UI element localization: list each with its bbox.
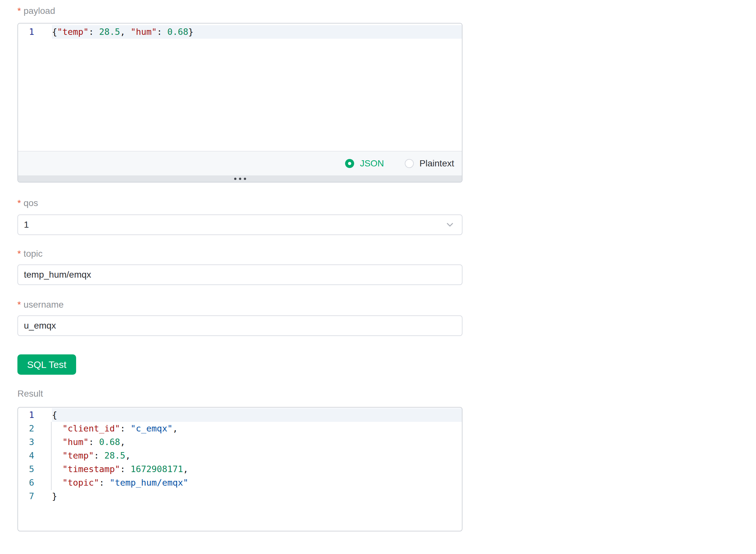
payload-format-toolbar: JSON Plaintext	[18, 151, 462, 175]
qos-label: *qos	[17, 199, 463, 208]
qos-label-text: qos	[23, 198, 38, 208]
result-label: Result	[17, 389, 463, 398]
code-text: "client_id": "c_emqx",	[52, 422, 462, 435]
editor-resize-handle[interactable]	[18, 175, 462, 182]
radio-json-label: JSON	[360, 158, 384, 169]
line-number: 5	[18, 462, 34, 476]
code-line: 2 "client_id": "c_emqx",	[18, 422, 462, 435]
code-text: {	[52, 408, 462, 422]
result-viewer[interactable]: 1{2 "client_id": "c_emqx",3 "hum": 0.68,…	[17, 407, 463, 532]
qos-select-value: 1	[24, 220, 29, 230]
code-line: 4 "temp": 28.5,	[18, 449, 462, 462]
resize-dots-icon	[239, 178, 241, 180]
qos-select[interactable]: 1	[17, 214, 463, 235]
resize-dots-icon	[234, 178, 236, 180]
payload-code-area[interactable]: 1{"temp": 28.5, "hum": 0.68}	[18, 23, 462, 151]
required-asterisk: *	[17, 299, 21, 310]
code-text: "hum": 0.68,	[52, 435, 462, 449]
radio-unchecked-icon	[405, 159, 414, 168]
code-text: {"temp": 28.5, "hum": 0.68}	[52, 25, 462, 39]
payload-label: *payload	[17, 6, 463, 15]
radio-checked-icon	[345, 159, 354, 168]
line-number: 7	[18, 490, 34, 503]
code-text: "timestamp": 1672908171,	[52, 462, 462, 476]
code-line: 6 "topic": "temp_hum/emqx"	[18, 476, 462, 490]
code-line: 7}	[18, 490, 462, 503]
payload-editor: 1{"temp": 28.5, "hum": 0.68} JSON Plaint…	[17, 23, 463, 182]
username-label: *username	[17, 300, 463, 309]
code-line: 3 "hum": 0.68,	[18, 435, 462, 449]
resize-dots-icon	[244, 178, 246, 180]
format-radio-json[interactable]: JSON	[345, 158, 384, 169]
topic-input[interactable]	[17, 264, 463, 285]
chevron-down-icon	[445, 220, 455, 230]
code-line: 1{"temp": 28.5, "hum": 0.68}	[18, 25, 462, 39]
line-number: 4	[18, 449, 34, 462]
payload-label-text: payload	[23, 6, 55, 16]
required-asterisk: *	[17, 6, 21, 16]
line-number: 1	[18, 408, 34, 422]
code-text: "topic": "temp_hum/emqx"	[52, 476, 462, 490]
indent-guide	[51, 422, 52, 490]
sql-test-button[interactable]: SQL Test	[17, 354, 76, 375]
topic-label: *topic	[17, 249, 463, 258]
username-label-text: username	[23, 299, 64, 310]
topic-label-text: topic	[23, 248, 43, 259]
line-number: 2	[18, 422, 34, 435]
sql-test-form: *payload 1{"temp": 28.5, "hum": 0.68} JS…	[0, 0, 463, 532]
code-text: }	[52, 490, 462, 503]
required-asterisk: *	[17, 248, 21, 259]
result-code-area: 1{2 "client_id": "c_emqx",3 "hum": 0.68,…	[18, 408, 462, 503]
line-number: 1	[18, 25, 34, 39]
code-text: "temp": 28.5,	[52, 449, 462, 462]
format-radio-plaintext[interactable]: Plaintext	[405, 158, 454, 169]
radio-plaintext-label: Plaintext	[420, 158, 454, 169]
line-number: 3	[18, 435, 34, 449]
code-line: 5 "timestamp": 1672908171,	[18, 462, 462, 476]
username-input[interactable]	[17, 315, 463, 336]
required-asterisk: *	[17, 198, 21, 208]
line-number: 6	[18, 476, 34, 490]
code-line: 1{	[18, 408, 462, 422]
